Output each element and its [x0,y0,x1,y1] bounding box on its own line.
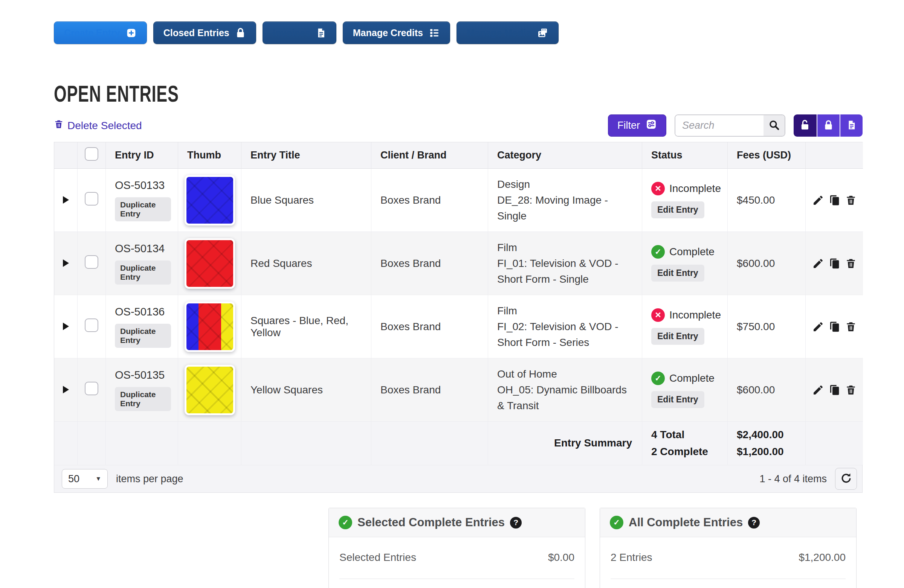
delete-icon[interactable] [845,194,857,206]
help-icon[interactable]: ? [510,517,522,528]
manage-credits-button[interactable]: Manage Credits [343,22,450,44]
delete-selected-label: Delete Selected [68,120,142,132]
refresh-icon [840,472,852,486]
search-button[interactable] [763,115,785,136]
filter-button[interactable]: Filter [608,114,666,137]
lock-icon [235,27,246,38]
entry-thumbnail [185,238,235,289]
manage-media-label: Manage Media [467,27,531,38]
row-checkbox[interactable] [85,382,98,395]
status-icon: ✕ [651,182,665,195]
search-group [675,114,785,137]
page-title: OPEN ENTRIES [54,80,649,107]
expand-row-button[interactable] [63,196,69,203]
client-brand: Boxes Brand [381,194,441,206]
expand-row-button[interactable] [63,386,69,393]
row-checkbox[interactable] [85,318,98,332]
select-all-header [77,142,106,169]
status-icon: ✓ [651,372,665,385]
tasks-icon [429,27,440,38]
delete-icon[interactable] [845,384,857,396]
duplicate-entry-badge: Duplicate Entry [115,197,171,221]
status-label: Complete [669,246,714,258]
help-icon[interactable]: ? [748,517,760,528]
col-client-brand: Client / Brand [371,142,488,169]
summary-counts: 4 Total 2 Complete [642,422,728,465]
status-icon: ✓ [651,245,665,259]
col-entry-id: Entry ID [106,142,178,169]
page-size-value: 50 [68,473,79,485]
edit-icon[interactable] [812,384,824,396]
entry-thumbnail [185,175,235,225]
controls-row: Delete Selected Filter [54,114,863,137]
card-title: All Complete Entries [629,516,743,529]
view-toggle-group [793,114,863,137]
check-circle-icon: ✓ [610,516,623,529]
col-fees: Fees (USD) [728,142,806,169]
edit-entry-button[interactable]: Edit Entry [651,202,704,218]
status-label: Incomplete [669,183,721,195]
check-circle-icon: ✓ [339,516,352,529]
category-detail: FI_01: Television & VOD - Short Form - S… [497,255,635,287]
closed-entries-toggle[interactable] [817,114,839,137]
page-size-select[interactable]: 50 ▼ [62,469,108,489]
card-row-value: $0.00 [548,552,574,564]
entry-title: Blue Squares [250,194,314,206]
card-row-label: 2 Entries [610,552,653,564]
client-brand: Boxes Brand [381,384,441,396]
summary-complete-count: 2 Complete [651,443,721,460]
entry-title: Yellow Squares [250,384,323,396]
expand-row-button[interactable] [63,323,69,330]
table-controls: Filter [608,114,863,137]
entry-id: OS-50136 [115,306,164,318]
items-per-page-label: items per page [116,473,183,485]
category-detail: DE_28: Moving Image - Single [497,192,635,224]
invoices-button[interactable]: Invoices [262,22,337,44]
edit-entry-button[interactable]: Edit Entry [651,328,704,345]
manage-media-button[interactable]: Manage Media [457,22,559,44]
open-entries-toggle[interactable] [793,114,817,137]
invoices-toggle[interactable] [839,114,863,137]
select-all-checkbox[interactable] [85,147,98,161]
table-row: OS-50133 Duplicate Entry Blue Squares Bo… [54,169,863,232]
edit-entry-button[interactable]: Edit Entry [651,265,704,282]
manage-credits-label: Manage Credits [353,27,423,38]
summary-total-fee: $2,400.00 [737,427,798,443]
summary-complete-fee: $1,200.00 [737,443,798,460]
edit-entry-button[interactable]: Edit Entry [651,391,704,408]
expand-row-button[interactable] [63,259,69,267]
card-row-value: $1,200.00 [798,552,846,564]
col-category: Category [488,142,642,169]
edit-icon[interactable] [812,257,824,270]
row-checkbox[interactable] [85,255,98,269]
file-invoice-icon [847,120,857,131]
edit-icon[interactable] [812,321,824,333]
closed-entries-button[interactable]: Closed Entries [153,22,256,44]
client-brand: Boxes Brand [381,257,441,269]
delete-selected-link[interactable]: Delete Selected [54,119,142,132]
col-actions [806,142,863,169]
entry-title: Red Squares [250,257,312,269]
col-thumb: Thumb [178,142,242,169]
duplicate-icon[interactable] [829,194,841,206]
delete-icon[interactable] [845,321,857,333]
category-group: Out of Home [497,366,635,382]
chevron-down-icon: ▼ [95,475,101,482]
sliders-icon [646,118,657,132]
entry-title: Squares - Blue, Red, Yellow [250,315,348,339]
row-checkbox[interactable] [85,192,98,205]
create-entry-button[interactable]: Create Entry [54,22,147,44]
duplicate-icon[interactable] [829,321,841,333]
search-input[interactable] [675,115,763,136]
table-row: OS-50135 Duplicate Entry Yellow Squares … [54,358,863,422]
table-header-row: Entry ID Thumb Entry Title Client / Bran… [54,142,863,169]
edit-icon[interactable] [812,194,824,206]
refresh-button[interactable] [835,468,857,490]
entry-thumbnail [185,301,235,352]
duplicate-entry-badge: Duplicate Entry [115,324,171,348]
duplicate-icon[interactable] [829,384,841,396]
filter-label: Filter [617,120,640,131]
summary-row: Entry Summary 4 Total 2 Complete $2,400.… [54,422,863,465]
delete-icon[interactable] [845,257,857,270]
duplicate-icon[interactable] [829,257,841,270]
